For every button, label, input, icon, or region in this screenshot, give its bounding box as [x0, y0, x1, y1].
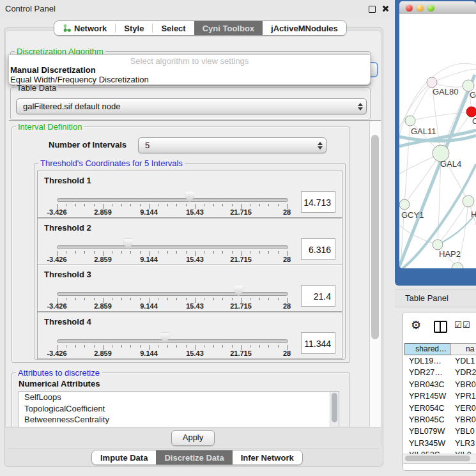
tab-network[interactable]: Network — [54, 21, 115, 35]
minimize-traffic-light-icon[interactable] — [417, 4, 424, 12]
attributes-scrollbar[interactable] — [330, 392, 339, 427]
cell-name[interactable]: YBR0 — [450, 414, 476, 426]
threshold-slider-track[interactable] — [57, 339, 288, 343]
tab-infer-network[interactable]: Infer Network — [233, 450, 302, 464]
threshold-value-field[interactable]: 11.344 — [301, 332, 335, 354]
settings-scrollbar-thumb[interactable] — [371, 135, 379, 339]
table-hscrollbar-thumb[interactable] — [405, 456, 470, 461]
threshold-value-field[interactable]: 21.4 — [301, 285, 335, 307]
threshold-slider-track[interactable] — [57, 198, 288, 202]
cell-name[interactable]: YPR1 — [450, 390, 476, 402]
attributes-scrollbar-thumb[interactable] — [332, 393, 337, 422]
network-node[interactable] — [466, 107, 476, 117]
number-of-intervals-combobox[interactable]: 5 — [138, 137, 326, 153]
cell-shared-name[interactable]: YBL079W — [404, 426, 450, 437]
table-bottom-strip — [403, 464, 476, 470]
table-row[interactable]: YBR043CYBR0 — [404, 379, 476, 390]
slider-tick — [167, 251, 168, 254]
table-row[interactable]: YDL19…YDL1 — [404, 355, 476, 367]
threshold-label: Threshold 4 — [44, 317, 91, 326]
slider-tick — [213, 251, 214, 254]
split-columns-icon[interactable] — [434, 321, 447, 333]
threshold-slider-track[interactable] — [57, 245, 288, 249]
scale-tick-label: 21.715 — [230, 208, 252, 216]
settings-vertical-scrollbar[interactable] — [369, 121, 381, 427]
close-icon[interactable] — [381, 5, 388, 12]
slider-tick — [204, 251, 204, 254]
table-row[interactable]: YDR27…YDR2 — [404, 367, 476, 378]
network-edge[interactable] — [404, 121, 410, 204]
network-edge[interactable] — [399, 82, 432, 128]
network-view-window[interactable]: GAL80GACGAL11GAL4GCY1HHAP2 — [395, 0, 476, 286]
zoom-traffic-light-icon[interactable] — [427, 4, 434, 12]
scale-tick-label: 28 — [283, 349, 291, 357]
close-traffic-light-icon[interactable] — [406, 4, 413, 12]
cell-shared-name[interactable]: YLR345W — [404, 438, 450, 449]
gear-icon[interactable]: ⚙ — [411, 318, 421, 332]
cell-shared-name[interactable]: YER054C — [404, 403, 450, 414]
table-row[interactable]: YBL079WYBL0 — [404, 426, 476, 437]
column-header-name[interactable]: na — [450, 343, 476, 355]
number-of-intervals-label: Number of Intervals — [49, 140, 127, 150]
table-row[interactable]: YER054CYER0 — [404, 403, 476, 414]
cell-name[interactable]: YDL1 — [450, 355, 476, 367]
network-window-titlebar[interactable] — [399, 1, 476, 15]
tab-impute-data[interactable]: Impute Data — [92, 450, 156, 464]
network-edge[interactable] — [410, 112, 472, 121]
column-header-shared-name[interactable]: shared… — [404, 343, 450, 355]
thresholds-group: Threshold's Coordinates for 5 Intervals … — [34, 163, 346, 360]
tab-select[interactable]: Select — [153, 21, 194, 35]
table-panel-window: ⚙ ☑ ☑ shared… na YDL19…YDL1YDR27…YDR2YBR… — [403, 312, 476, 471]
cell-name[interactable]: YDR2 — [450, 367, 476, 378]
table-row[interactable]: YBR045CYBR0 — [404, 414, 476, 426]
checkbox-icon[interactable]: ☑ — [463, 320, 470, 330]
tab-style[interactable]: Style — [116, 21, 152, 35]
threshold-value-field[interactable]: 6.316 — [301, 238, 335, 260]
cell-name[interactable]: YER0 — [450, 403, 476, 414]
network-node[interactable] — [433, 240, 443, 250]
network-node[interactable] — [427, 77, 437, 88]
table-row[interactable]: YLR345WYLR3 — [404, 438, 476, 449]
tab-jactivemnodules[interactable]: jActiveMNodules — [263, 21, 346, 35]
cell-name[interactable]: YBR0 — [450, 379, 476, 390]
tab-cyni-toolbox[interactable]: Cyni Toolbox — [194, 21, 263, 35]
cell-shared-name[interactable]: YPR145W — [404, 390, 450, 402]
cell-name[interactable]: YBL0 — [450, 426, 476, 437]
float-window-icon[interactable] — [369, 6, 376, 13]
cell-shared-name[interactable]: YDL19… — [404, 355, 450, 367]
network-edge[interactable] — [438, 213, 476, 245]
network-canvas[interactable]: GAL80GACGAL11GAL4GCY1HHAP2 — [399, 14, 476, 268]
network-node-label: GA — [470, 90, 476, 100]
apply-button[interactable]: Apply — [171, 430, 215, 446]
slider-tick — [176, 251, 177, 254]
network-node[interactable] — [399, 199, 410, 210]
threshold-slider-track[interactable] — [57, 292, 288, 296]
checkbox-icon[interactable]: ☑ — [454, 320, 462, 330]
cell-shared-name[interactable]: YBR045C — [404, 414, 450, 426]
cell-shared-name[interactable]: YBR043C — [404, 379, 450, 390]
algorithm-option[interactable]: Manual Discretization — [10, 65, 96, 75]
network-node[interactable] — [463, 196, 474, 207]
attribute-list-item[interactable]: TopologicalCoefficient — [19, 403, 339, 415]
slider-tick — [158, 345, 158, 348]
slider-tick — [112, 345, 112, 348]
attribute-list-item[interactable]: SelfLoops — [19, 392, 339, 403]
threshold-value-field[interactable]: 14.713 — [301, 191, 335, 213]
slider-tick — [140, 251, 141, 254]
cell-shared-name[interactable]: YDR27… — [404, 367, 450, 378]
algorithm-option[interactable]: Equal Width/Frequency Discretization — [10, 75, 149, 84]
attributes-group-title: Attributes to discretize — [16, 368, 102, 378]
table-horizontal-scrollbar[interactable] — [403, 454, 476, 464]
table-row[interactable]: YPR145WYPR1 — [404, 390, 476, 402]
network-edge[interactable] — [410, 82, 432, 121]
scale-tick-label: 9.144 — [140, 302, 158, 310]
numerical-attributes-list[interactable]: SelfLoopsTopologicalCoefficientBetweenne… — [19, 391, 339, 428]
tab-discretize-data[interactable]: Discretize Data — [156, 450, 232, 464]
attribute-list-item[interactable]: BetweennessCentrality — [19, 414, 339, 426]
cell-name[interactable]: YLR3 — [450, 438, 476, 449]
table-data-combobox[interactable]: galFiltered.sif default node — [16, 98, 367, 114]
network-edge[interactable] — [399, 75, 475, 266]
network-node[interactable] — [405, 116, 415, 126]
slider-tick — [213, 345, 214, 348]
slider-scale-labels: -3.4262.8599.14415.4321.71528 — [57, 256, 287, 263]
